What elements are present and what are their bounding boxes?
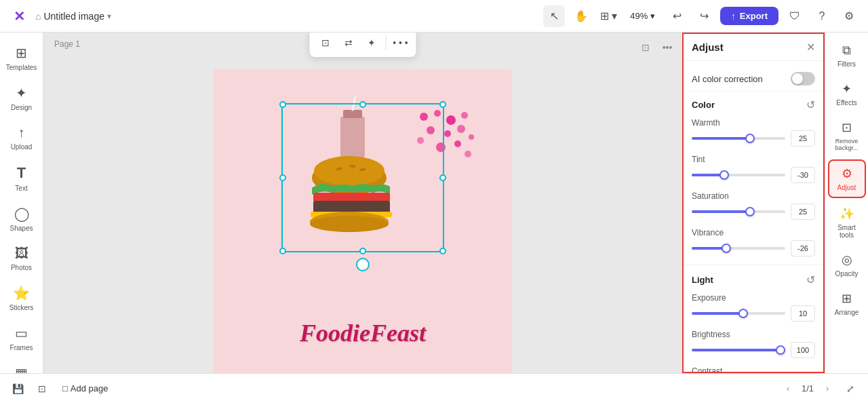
frame-tool-button[interactable]: ⊞ ▾ [597, 5, 619, 27]
icon-sidebar-adjust[interactable]: ⚙ Adjust [828, 159, 866, 198]
expand-button[interactable]: ⤢ [841, 379, 860, 398]
exposure-label: Exposure [692, 293, 815, 303]
handle-top-left[interactable] [279, 101, 286, 108]
redo-button[interactable]: ↪ [693, 5, 715, 27]
canvas-content: FoodieFeast [214, 69, 512, 373]
ai-correction-row: AI color correction [684, 66, 823, 92]
brightness-track[interactable] [692, 349, 785, 351]
add-page-button[interactable]: □ Add page [57, 381, 114, 396]
ai-correction-toggle[interactable] [791, 72, 815, 85]
smart-tools-label: Smart tools [831, 224, 863, 239]
shield-button[interactable]: 🛡 [784, 5, 806, 27]
icon-sidebar-filters[interactable]: ⧉ Filters [828, 38, 866, 73]
tint-thumb[interactable] [719, 170, 729, 180]
icon-sidebar-opacity[interactable]: ◎ Opacity [828, 247, 866, 283]
warmth-thumb[interactable] [745, 134, 755, 143]
logo-icon: ✕ [14, 8, 25, 24]
tint-value: -30 [791, 167, 815, 183]
vibrance-track[interactable] [692, 247, 785, 250]
exposure-track[interactable] [692, 312, 785, 315]
vibrance-control: -26 [692, 240, 815, 256]
icon-sidebar-remove-bg[interactable]: ⊡ Remove backgr... [828, 115, 866, 157]
svg-point-5 [444, 130, 451, 137]
tint-track[interactable] [692, 174, 785, 176]
warmth-track[interactable] [692, 137, 785, 140]
vibrance-label: Vibrance [692, 228, 815, 237]
sidebar-item-shapes[interactable]: ◯ Shapes [1, 200, 42, 237]
sidebar-item-templates[interactable]: ⊞ Templates [1, 39, 42, 77]
handle-right-mid[interactable] [439, 174, 446, 181]
zoom-control[interactable]: 49% ▾ [625, 8, 660, 24]
design-label: Design [11, 104, 32, 111]
vibrance-thumb[interactable] [722, 244, 731, 253]
filters-label: Filters [837, 60, 856, 68]
page-next-button[interactable]: › [819, 381, 835, 397]
saturation-thumb[interactable] [745, 207, 755, 216]
upload-label: Upload [11, 143, 33, 151]
foodie-feast-text[interactable]: FoodieFeast [300, 319, 426, 347]
settings-button[interactable]: ⚙ [838, 5, 860, 27]
sidebar-item-frames[interactable]: ▭ Frames [1, 320, 42, 357]
app-logo[interactable]: ✕ [8, 5, 30, 27]
handle-bottom-right[interactable] [439, 248, 446, 254]
tint-control: -30 [692, 167, 815, 183]
page-actions: ⊡ ••• [636, 38, 677, 57]
undo-button[interactable]: ↩ [666, 5, 688, 27]
sidebar-item-collage[interactable]: ▦ Collage [1, 360, 42, 373]
page-more-button[interactable]: ••• [658, 38, 677, 57]
flip-button[interactable]: ⇄ [338, 33, 359, 53]
warmth-value: 25 [791, 130, 815, 147]
page-maximize-button[interactable]: ⊡ [636, 38, 655, 57]
effects-button[interactable]: ✦ [361, 33, 382, 53]
icon-sidebar-effects[interactable]: ✦ Effects [828, 76, 866, 112]
saturation-track[interactable] [692, 210, 785, 213]
text-icon: T [17, 164, 26, 182]
templates-icon: ⊞ [16, 45, 27, 61]
vibrance-slider-row: Vibrance -26 [684, 225, 823, 262]
topbar-left: ✕ ⌂ Untitled image ▾ [8, 5, 538, 27]
svg-point-3 [461, 112, 468, 119]
light-reset-button[interactable]: ↺ [806, 273, 815, 286]
crop-button[interactable]: ⊡ [315, 33, 336, 53]
photos-label: Photos [11, 264, 32, 271]
contrast-label: Contrast [692, 366, 815, 372]
select-tool-button[interactable]: ↖ [543, 5, 565, 27]
canvas-area[interactable]: Page 1 ⊡ ••• ⊡ ⇄ ✦ • • • [43, 33, 682, 373]
sidebar-item-stickers[interactable]: ⭐ Stickers [1, 280, 42, 317]
sidebar-item-design[interactable]: ✦ Design [1, 79, 42, 117]
page-label: Page 1 [54, 39, 80, 49]
brightness-thumb[interactable] [776, 345, 785, 355]
export-button[interactable]: ↑ Export [720, 7, 778, 25]
text-label: Text [15, 185, 27, 192]
pan-tool-button[interactable]: ✋ [570, 5, 592, 27]
sidebar-item-text[interactable]: T Text [1, 159, 42, 197]
handle-top-right[interactable] [439, 101, 446, 108]
exposure-fill [692, 312, 743, 315]
sidebar-item-photos[interactable]: 🖼 Photos [1, 240, 42, 277]
saturation-slider-row: Saturation 25 [684, 189, 823, 225]
handle-top-mid[interactable] [359, 101, 366, 108]
vibrance-value: -26 [791, 240, 815, 256]
more-options-button[interactable]: • • • [391, 33, 411, 53]
help-button[interactable]: ? [811, 5, 833, 27]
copy-button[interactable]: ⊡ [33, 379, 52, 398]
topbar: ✕ ⌂ Untitled image ▾ ↖ ✋ ⊞ ▾ 49% ▾ ↩ ↪ ↑… [0, 0, 868, 33]
adjust-close-button[interactable]: ✕ [806, 41, 815, 54]
icon-sidebar-smart-tools[interactable]: ✨ Smart tools [828, 201, 866, 244]
icon-sidebar-arrange[interactable]: ⊞ Arrange [828, 286, 866, 322]
stickers-icon: ⭐ [13, 285, 30, 301]
exposure-thumb[interactable] [738, 309, 748, 318]
warmth-slider-row: Warmth 25 [684, 115, 823, 152]
color-reset-button[interactable]: ↺ [806, 98, 815, 111]
page-prev-button[interactable]: ‹ [780, 381, 796, 397]
smart-tools-icon: ✨ [840, 206, 854, 221]
handle-left-mid[interactable] [279, 174, 286, 181]
handle-bottom-mid[interactable] [359, 248, 366, 254]
title-area[interactable]: ⌂ Untitled image ▾ [35, 11, 111, 22]
save-button[interactable]: 💾 [8, 379, 27, 398]
sidebar-item-upload[interactable]: ↑ Upload [1, 119, 42, 156]
light-section-header: Light ↺ [684, 265, 823, 290]
handle-bottom-left[interactable] [279, 248, 286, 254]
rotate-handle[interactable] [356, 258, 370, 271]
export-icon: ↑ [731, 11, 736, 21]
